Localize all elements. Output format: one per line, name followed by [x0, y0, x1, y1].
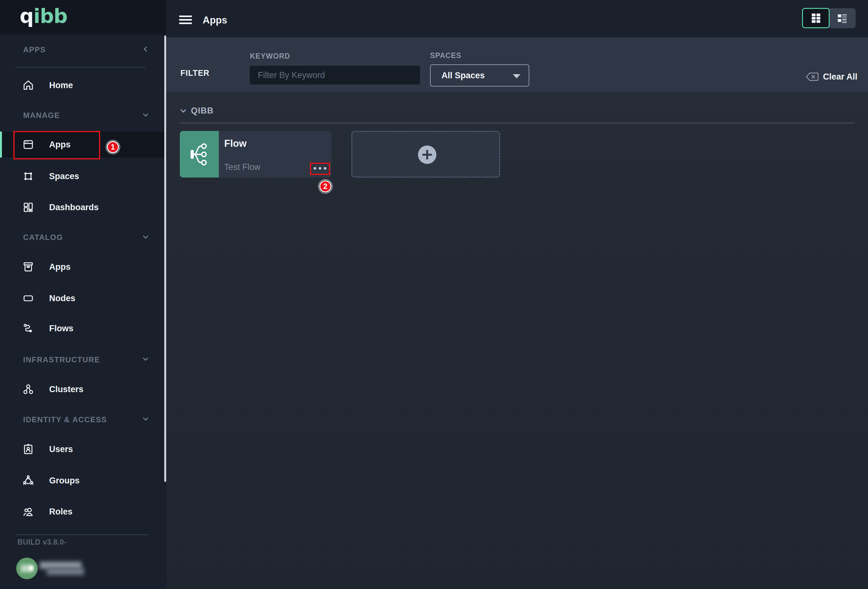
sidebar-section-manage[interactable]: MANAGE — [23, 111, 60, 120]
sidebar-item-flows[interactable]: Flows — [0, 315, 167, 342]
route-icon — [21, 321, 35, 336]
hamburger-icon — [179, 16, 192, 17]
group-icon — [21, 474, 35, 487]
grid-view-toggle-button[interactable] — [802, 8, 830, 28]
sidebar-item-spaces[interactable]: Spaces — [0, 163, 167, 189]
keyword-field-label: KEYWORD — [250, 52, 290, 60]
topbar: Apps — [167, 0, 868, 37]
home-icon — [21, 78, 35, 92]
group-divider — [180, 123, 855, 123]
caret-down-icon — [513, 74, 520, 78]
sidebar-item-clusters[interactable]: Clusters — [0, 376, 167, 402]
build-version-label: BUILD v3.8.0- — [18, 538, 66, 546]
logo-q: q — [20, 4, 33, 28]
sidebar-item-apps-catalog[interactable]: Apps — [0, 254, 167, 280]
box-icon — [21, 260, 35, 274]
chevron-down-icon — [179, 106, 188, 115]
sidebar-item-nodes[interactable]: Nodes — [0, 285, 167, 311]
filter-section-label: FILTER — [180, 68, 210, 78]
sidebar-scrollbar-thumb[interactable] — [164, 35, 166, 482]
app-card-flow[interactable]: Flow Test Flow — [180, 131, 331, 178]
list-view-toggle-button[interactable] — [829, 8, 856, 28]
sidebar-item-label: Nodes — [49, 293, 75, 303]
app-card-title: Flow — [224, 138, 247, 149]
sidebar-item-label: Flows — [49, 324, 74, 333]
keyword-search-input[interactable] — [249, 65, 421, 85]
flow-fanout-icon — [189, 142, 210, 167]
chevron-left-icon[interactable] — [142, 45, 150, 53]
app-card-subtitle: Test Flow — [224, 162, 260, 172]
hamburger-icon — [179, 22, 192, 24]
sidebar-item-label: Clusters — [49, 384, 83, 395]
username-blur-line — [40, 562, 81, 569]
sidebar-item-label: Groups — [49, 476, 80, 486]
sidebar-section-identity[interactable]: IDENTITY & ACCESS — [23, 415, 107, 424]
annotation-box-step1 — [13, 131, 100, 159]
list-view-icon — [835, 11, 850, 26]
avatar[interactable] — [16, 558, 38, 579]
logo-ibb: ibb — [33, 4, 67, 28]
main-content: QIBB Flow Test Flow — [167, 92, 868, 589]
space-group-header[interactable]: QIBB — [179, 106, 214, 116]
chevron-down-icon[interactable] — [142, 415, 150, 423]
plus-icon — [418, 146, 436, 164]
annotation-badge-1: 1 — [107, 141, 119, 153]
user-card-icon — [21, 442, 35, 456]
filter-bar: FILTER KEYWORD SPACES All Spaces Clear A… — [167, 37, 868, 92]
dashboard-icon — [21, 200, 35, 214]
sidebar-item-label: Home — [49, 81, 73, 90]
sidebar-divider — [15, 67, 145, 68]
sidebar-footer-divider — [17, 535, 148, 535]
page-title: Apps — [203, 15, 227, 26]
sidebar-section-catalog[interactable]: CATALOG — [23, 233, 63, 242]
app-card-icon-block — [180, 131, 219, 178]
selected-accent-bar — [0, 131, 2, 158]
annotation-badge-2: 2 — [319, 180, 331, 193]
sidebar-panel-title: APPS — [23, 45, 46, 54]
logo-header: qibb — [0, 0, 167, 34]
sidebar-item-label: Apps — [49, 262, 71, 272]
sidebar-item-roles[interactable]: Roles — [0, 499, 167, 525]
backspace-icon — [806, 72, 819, 81]
sidebar-section-infrastructure[interactable]: INFRASTRUCTURE — [23, 355, 100, 364]
clear-all-label: Clear All — [823, 72, 858, 82]
grid-view-icon — [809, 11, 823, 25]
spaces-selected-value: All Spaces — [441, 71, 485, 81]
crop-icon — [21, 169, 35, 183]
hamburger-menu-button[interactable] — [179, 16, 192, 25]
chevron-down-icon[interactable] — [142, 355, 150, 363]
avatar-blur — [29, 566, 33, 570]
hamburger-icon — [179, 19, 192, 21]
sidebar-item-label: Spaces — [49, 171, 79, 181]
space-group-label: QIBB — [191, 106, 214, 116]
roles-icon — [21, 505, 35, 518]
app-page: qibb APPS Home MANAGE — [0, 0, 868, 589]
annotation-box-step2 — [310, 163, 330, 175]
chevron-down-icon[interactable] — [142, 233, 150, 241]
sidebar-item-dashboards[interactable]: Dashboards — [0, 194, 167, 220]
username-redacted[interactable] — [40, 561, 86, 576]
sidebar-item-label: Dashboards — [49, 203, 99, 212]
sidebar-item-groups[interactable]: Groups — [0, 468, 167, 493]
chevron-down-icon[interactable] — [142, 111, 150, 119]
plus-icon-bar — [426, 150, 428, 159]
node-icon — [21, 292, 35, 305]
cluster-icon — [21, 382, 35, 396]
add-app-card[interactable] — [351, 131, 500, 178]
sidebar: qibb APPS Home MANAGE — [0, 0, 167, 589]
sidebar-item-users[interactable]: Users — [0, 436, 167, 462]
username-blur-line — [47, 568, 84, 575]
sidebar-item-home[interactable]: Home — [0, 72, 167, 98]
sidebar-item-label: Users — [49, 445, 73, 454]
qibb-logo[interactable]: qibb — [20, 4, 67, 28]
spaces-select[interactable]: All Spaces — [430, 64, 529, 87]
clear-all-button[interactable]: Clear All — [806, 69, 868, 84]
spaces-field-label: SPACES — [430, 52, 461, 60]
sidebar-item-label: Roles — [49, 507, 72, 517]
